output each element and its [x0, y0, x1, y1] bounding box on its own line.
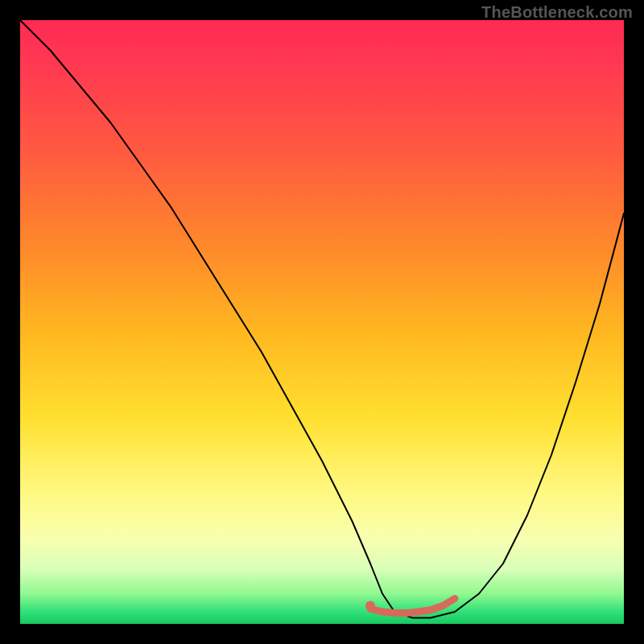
highlight-start-dot [365, 601, 375, 611]
series-layer [20, 20, 624, 618]
plot-area [20, 20, 624, 624]
marker-layer [365, 601, 375, 611]
watermark-text: TheBottleneck.com [481, 3, 633, 22]
highlight-segment [370, 599, 455, 613]
bottleneck-curve [20, 20, 624, 618]
chart-frame: TheBottleneck.com [0, 0, 644, 644]
chart-svg [20, 20, 624, 624]
